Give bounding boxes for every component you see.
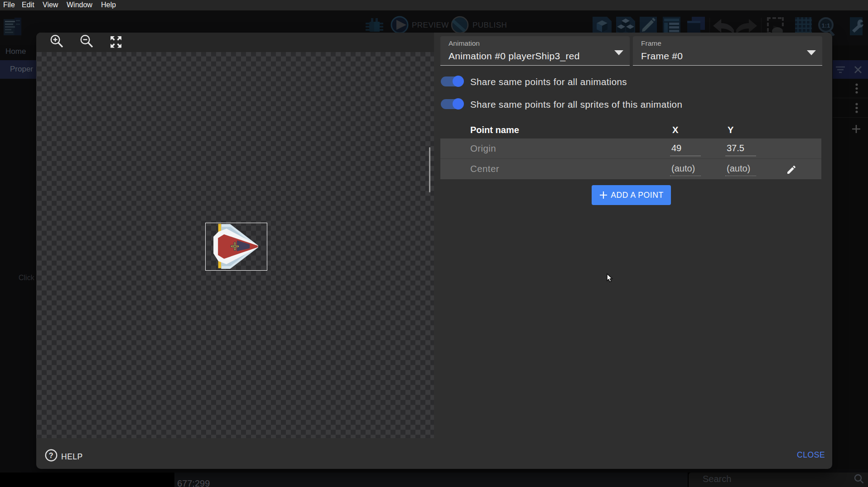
svg-text:PUBLISH: PUBLISH [473, 21, 507, 29]
svg-text:?: ? [49, 452, 53, 459]
svg-text:1:1: 1:1 [822, 22, 830, 29]
svg-text:PREVIEW: PREVIEW [412, 21, 449, 29]
